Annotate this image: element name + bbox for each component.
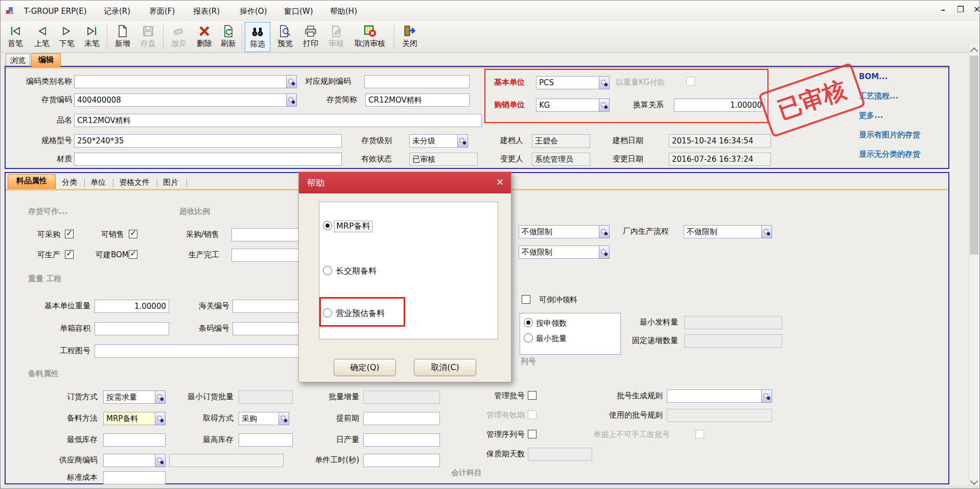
toolbar-last-record[interactable]: 末笔: [80, 23, 104, 52]
acquire-method-input[interactable]: 采购: [239, 412, 279, 425]
prep-method-lookup-button[interactable]: [155, 412, 166, 425]
trade-unit-lookup-button[interactable]: [599, 99, 610, 112]
batch-rule-lookup-button[interactable]: [761, 389, 772, 403]
item-level-input[interactable]: 未分级: [409, 134, 458, 148]
toolbar-audit: 审核: [324, 23, 348, 52]
base-unit-lookup-button[interactable]: [599, 76, 610, 89]
limit-input-1[interactable]: 不做限制: [519, 225, 599, 238]
bom-allowed-checkbox[interactable]: [129, 250, 137, 259]
subtab-classification[interactable]: 分类: [62, 177, 77, 187]
acquire-method-lookup-button[interactable]: [278, 412, 289, 425]
item-code-lookup-button[interactable]: [286, 93, 297, 107]
manage-serial-checkbox[interactable]: [528, 430, 536, 438]
min-batch-radio[interactable]: [524, 333, 533, 343]
toolbar-delete[interactable]: 删除: [193, 23, 216, 52]
menu-view[interactable]: 界面(F): [149, 7, 175, 16]
conversion-input[interactable]: 1.00000: [674, 99, 765, 112]
dialog-ok-button[interactable]: 确定(Q): [334, 359, 396, 376]
item-abbr-input[interactable]: CR12MOV精料: [365, 93, 470, 107]
base-unit-input[interactable]: PCS: [536, 76, 599, 89]
rule-code-input[interactable]: [364, 75, 470, 88]
spec-label: 规格型号: [21, 135, 72, 145]
scrollbar-thumb[interactable]: [970, 56, 978, 255]
order-method-input[interactable]: 按需求量: [103, 390, 155, 404]
toolbar-prev-record[interactable]: 上笔: [30, 23, 54, 52]
link-show-unclassified-items[interactable]: 显示无分类的存货: [859, 150, 920, 159]
mrp-prep-radio[interactable]: [323, 221, 332, 230]
production-done-label: 生产完工: [180, 250, 219, 260]
box-volume-input[interactable]: [95, 322, 169, 335]
trade-unit-input[interactable]: KG: [536, 99, 599, 112]
toolbar-cancel-audit[interactable]: 取消审核: [349, 23, 391, 52]
toolbar-close[interactable]: 关闭: [398, 23, 422, 52]
tab-browse[interactable]: 浏览: [6, 54, 30, 67]
subtab-images[interactable]: 图片: [163, 177, 178, 187]
toolbar-refresh[interactable]: 刷新: [217, 23, 240, 52]
supplier-code-lookup-button[interactable]: [155, 454, 166, 467]
sellable-checkbox[interactable]: [129, 230, 137, 238]
minimize-button[interactable]: –: [937, 5, 950, 14]
drawing-no-input[interactable]: [95, 345, 299, 358]
limit-2-lookup-button[interactable]: [599, 246, 610, 259]
long-leadtime-prep-label[interactable]: 长交期备料: [336, 266, 377, 277]
toolbar-print[interactable]: 打印: [299, 23, 322, 52]
menu-window[interactable]: 窗口(W): [284, 7, 313, 16]
dialog-cancel-button[interactable]: 取消(C): [414, 359, 476, 376]
subtab-qualification-files[interactable]: 资格文件: [119, 177, 150, 187]
menu-help[interactable]: 帮助(H): [330, 7, 357, 16]
help-dialog-titlebar[interactable]: 帮助 ✕: [299, 172, 511, 193]
product-name-input[interactable]: CR12MOV精料: [74, 114, 482, 127]
base-unit-weight-input[interactable]: 1.00000: [95, 300, 169, 313]
min-stock-input[interactable]: [103, 433, 166, 447]
max-stock-input[interactable]: [239, 433, 293, 447]
item-level-lookup-button[interactable]: [457, 134, 468, 148]
preview-icon: [278, 23, 292, 39]
daily-output-input[interactable]: [363, 433, 440, 447]
toolbar-filter[interactable]: 筛选: [245, 22, 270, 52]
item-code-input[interactable]: 400400008: [74, 93, 287, 107]
producible-checkbox[interactable]: [65, 250, 74, 259]
close-button[interactable]: ✕: [970, 5, 980, 14]
modify-date-label: 变更日期: [613, 154, 643, 164]
toolbar-preview[interactable]: 预览: [273, 23, 297, 52]
menu-report[interactable]: 报表(R): [193, 7, 220, 16]
link-show-items-with-images[interactable]: 显示有图片的存货: [859, 130, 920, 140]
link-process-flow[interactable]: 工艺流程...: [859, 91, 898, 101]
menu-tgroup-erp[interactable]: T-GROUP ERP(E): [24, 7, 87, 16]
manage-batch-checkbox[interactable]: [528, 391, 536, 400]
help-dialog-close-icon[interactable]: ✕: [496, 177, 504, 187]
coding-category-input[interactable]: [74, 75, 287, 88]
material-input[interactable]: [74, 153, 342, 166]
subtab-units[interactable]: 单位: [90, 177, 106, 187]
std-cost-input[interactable]: [103, 471, 166, 484]
toolbar-next-record[interactable]: 下笔: [56, 23, 78, 52]
limit-1-lookup-button[interactable]: [599, 225, 610, 238]
subtab-item-attributes[interactable]: 料品属性: [8, 174, 56, 189]
coding-category-lookup-button[interactable]: [286, 75, 297, 88]
order-method-lookup-button[interactable]: [155, 390, 166, 404]
tab-edit[interactable]: 编辑: [31, 53, 61, 67]
spec-input[interactable]: 250*240*35: [74, 134, 342, 148]
menu-record[interactable]: 记录(R): [104, 7, 130, 16]
accent-line: [6, 67, 948, 68]
long-leadtime-prep-radio[interactable]: [323, 266, 332, 275]
by-requisition-radio[interactable]: [524, 318, 533, 327]
restore-button[interactable]: ❐: [954, 5, 967, 14]
batch-rule-input[interactable]: [667, 389, 762, 403]
lead-time-input[interactable]: [363, 412, 440, 425]
link-bom[interactable]: BOM...: [859, 72, 888, 81]
prep-method-input[interactable]: MRP备料: [103, 412, 155, 425]
link-more[interactable]: 更多...: [859, 111, 883, 120]
factory-flow-input[interactable]: 不做限制: [684, 225, 762, 238]
unit-hours-input[interactable]: [363, 454, 440, 467]
factory-flow-lookup-button[interactable]: [761, 225, 772, 238]
toolbar-new[interactable]: 新增: [111, 23, 134, 52]
audit-icon: [330, 23, 342, 39]
limit-input-2[interactable]: 不做限制: [519, 246, 599, 259]
purchasable-checkbox[interactable]: [65, 230, 74, 238]
backflush-checkbox[interactable]: [522, 295, 530, 304]
supplier-code-input[interactable]: [103, 454, 155, 467]
toolbar-first-record[interactable]: 首笔: [4, 23, 27, 52]
mrp-prep-label[interactable]: MRP备料: [335, 221, 372, 232]
menu-action[interactable]: 操作(O): [240, 7, 267, 16]
